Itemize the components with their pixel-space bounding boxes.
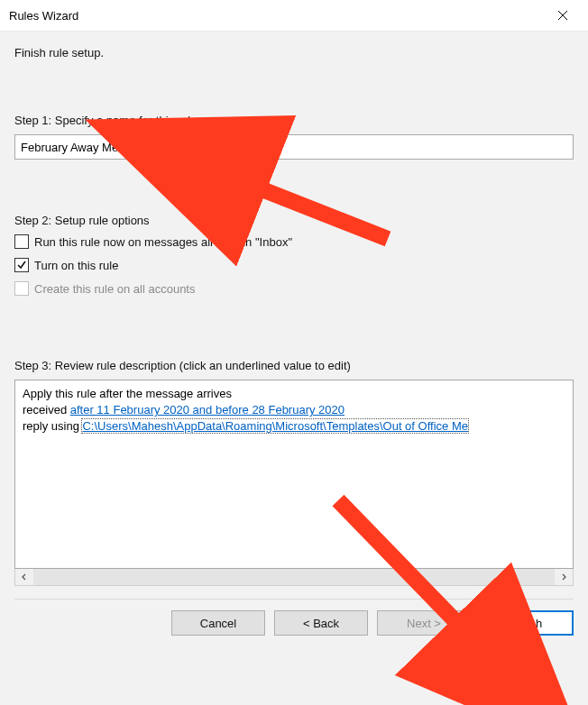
button-row: Cancel < Back Next > Finish	[14, 610, 574, 636]
title-bar: Rules Wizard	[0, 0, 588, 31]
all-accounts-label: Create this rule on all accounts	[34, 282, 195, 296]
turn-on-checkbox[interactable]	[14, 258, 29, 272]
finish-instruction: Finish rule setup.	[14, 46, 574, 60]
scroll-right-button[interactable]	[555, 569, 573, 585]
step1-label: Step 1: Specify a name for this rule	[14, 114, 574, 127]
option-turn-on-row: Turn on this rule	[14, 258, 574, 272]
chevron-right-icon	[560, 573, 567, 581]
template-path-link[interactable]: C:\Users\Mahesh\AppData\Roaming\Microsof…	[82, 419, 467, 433]
scrollbar-track[interactable]	[33, 569, 555, 585]
date-range-link[interactable]: after 11 February 2020 and before 28 Feb…	[70, 403, 345, 417]
close-icon	[557, 10, 568, 21]
description-horizontal-scrollbar[interactable]	[14, 568, 574, 586]
scroll-left-button[interactable]	[15, 569, 33, 585]
desc-line2-prefix: received	[23, 403, 70, 417]
finish-button[interactable]: Finish	[480, 610, 574, 636]
step3-label: Step 3: Review rule description (click a…	[14, 359, 574, 372]
run-now-checkbox[interactable]	[14, 234, 29, 249]
chevron-left-icon	[21, 573, 28, 581]
rule-name-input[interactable]	[14, 134, 574, 160]
checkmark-icon	[16, 260, 27, 270]
desc-line3-prefix: reply using	[23, 419, 82, 433]
desc-line-3: reply using C:\Users\Mahesh\AppData\Roam…	[23, 418, 565, 435]
turn-on-label: Turn on this rule	[34, 259, 118, 272]
cancel-button[interactable]: Cancel	[171, 610, 265, 636]
rule-description-box: Apply this rule after the message arrive…	[14, 380, 574, 569]
option-all-accounts-row: Create this rule on all accounts	[14, 281, 574, 296]
step2-label: Step 2: Setup rule options	[14, 214, 574, 227]
button-divider	[14, 599, 574, 600]
back-button[interactable]: < Back	[274, 610, 368, 636]
run-now-label: Run this rule now on messages already in…	[34, 235, 292, 249]
next-button: Next >	[377, 610, 471, 636]
close-button[interactable]	[545, 3, 581, 28]
desc-line-1: Apply this rule after the message arrive…	[23, 386, 565, 402]
all-accounts-checkbox	[14, 281, 29, 296]
dialog-body: Finish rule setup. Step 1: Specify a nam…	[0, 31, 588, 705]
option-run-now-row: Run this rule now on messages already in…	[14, 234, 574, 249]
window-title: Rules Wizard	[9, 9, 545, 23]
desc-line-2: received after 11 February 2020 and befo…	[23, 402, 565, 418]
